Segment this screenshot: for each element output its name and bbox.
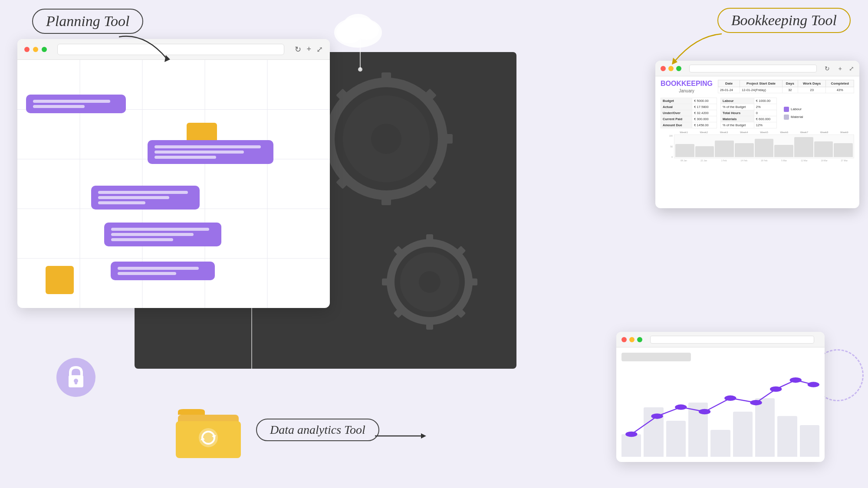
svg-rect-25 — [421, 173, 437, 189]
analytics-chart-area — [621, 367, 819, 457]
svg-rect-23 — [421, 88, 437, 105]
maximize-dot[interactable] — [42, 47, 47, 52]
yellow-block-2 — [46, 266, 74, 294]
bk-refresh-icon[interactable]: ↻ — [825, 65, 830, 72]
planning-calendar-grid — [17, 60, 330, 308]
folder-icon — [174, 400, 243, 462]
analytics-browser-window — [616, 332, 825, 462]
svg-point-18 — [371, 124, 401, 154]
planning-tool-label: Planning Tool — [32, 9, 143, 34]
new-tab-icon[interactable]: + — [306, 45, 311, 54]
analytics-minimize-dot[interactable] — [629, 337, 635, 342]
col-date: Date — [718, 80, 740, 87]
col-work-days: Work Days — [798, 80, 825, 87]
close-dot[interactable] — [24, 47, 30, 52]
bk-labour-table: Labour€ 1000.00 % of the Budget2% Total … — [720, 98, 777, 128]
data-analytics-label: Data analytics Tool — [256, 419, 379, 441]
svg-rect-30 — [426, 234, 433, 244]
svg-marker-78 — [421, 433, 426, 439]
svg-rect-35 — [394, 307, 405, 318]
svg-point-77 — [808, 382, 819, 387]
svg-rect-20 — [381, 192, 391, 205]
svg-point-70 — [651, 413, 663, 419]
bk-header-table: Date Project Start Date Days Work Days C… — [718, 80, 854, 93]
bk-minimize-dot[interactable] — [668, 66, 674, 71]
bk-bar-7 — [794, 137, 813, 157]
svg-point-80 — [358, 67, 362, 72]
svg-point-71 — [675, 404, 687, 409]
svg-rect-33 — [382, 278, 391, 285]
svg-rect-21 — [440, 134, 453, 144]
cloud-icon — [330, 9, 386, 49]
svg-rect-36 — [454, 307, 466, 318]
analytics-line-chart — [621, 367, 819, 457]
legend-labour-label: Labour — [791, 107, 802, 111]
bk-bar-6 — [774, 145, 793, 157]
bookkeeping-tool-label: Bookkeeping Tool — [717, 8, 851, 33]
svg-rect-63 — [75, 381, 77, 384]
bookkeeping-browser-window: ↻ + ⤢ BOOKKEEPING January Date Project S… — [655, 61, 859, 208]
svg-point-73 — [724, 396, 736, 401]
browser-actions: ↻ + ⤢ — [295, 45, 323, 54]
svg-point-27 — [391, 243, 469, 321]
bk-subtitle: January — [661, 88, 713, 93]
svg-rect-31 — [426, 320, 433, 330]
svg-point-16 — [330, 82, 443, 195]
svg-point-29 — [419, 271, 441, 293]
task-bar-1[interactable] — [26, 95, 126, 113]
svg-rect-32 — [468, 278, 477, 285]
bk-bar-1 — [675, 144, 694, 157]
bk-budget-table: Budget€ 5000.00 Actual€ 17.5800 Under/Ov… — [661, 98, 717, 128]
task-bar-5[interactable] — [111, 262, 215, 280]
analytics-content — [616, 347, 825, 462]
bk-bar-8 — [814, 141, 833, 157]
analytics-maximize-dot[interactable] — [637, 337, 642, 342]
planning-browser-window: ↻ + ⤢ — [17, 39, 330, 308]
analytics-close-dot[interactable] — [621, 337, 627, 342]
task-bar-2[interactable] — [148, 140, 273, 164]
col-project-start: Project Start Date — [740, 80, 783, 87]
bk-title: BOOKKEEPING — [661, 80, 713, 88]
svg-marker-51 — [164, 55, 170, 62]
legend-material-label: Material — [791, 115, 803, 119]
legend-labour: Labour — [784, 107, 854, 112]
task-bar-4[interactable] — [104, 223, 221, 246]
svg-rect-37 — [394, 246, 405, 258]
refresh-icon[interactable]: ↻ — [295, 45, 301, 54]
lock-icon — [56, 358, 95, 397]
bk-bar-5 — [755, 139, 774, 157]
bk-maximize-dot[interactable] — [676, 66, 681, 71]
svg-point-17 — [343, 95, 430, 182]
analytics-title-bar — [621, 353, 691, 361]
svg-point-76 — [790, 377, 802, 383]
bk-close-dot[interactable] — [661, 66, 666, 71]
svg-point-72 — [699, 409, 710, 414]
svg-point-49 — [343, 14, 373, 38]
bk-bar-2 — [695, 146, 714, 157]
bk-bar-4 — [735, 143, 754, 157]
bk-bar-9 — [834, 143, 853, 157]
svg-point-74 — [750, 400, 762, 405]
col-completed: Completed — [826, 80, 854, 87]
task-bar-3[interactable] — [91, 186, 200, 210]
svg-rect-19 — [381, 72, 391, 85]
col-days: Days — [782, 80, 798, 87]
extend-icon[interactable]: ⤢ — [316, 45, 323, 54]
minimize-dot[interactable] — [33, 47, 38, 52]
bk-new-tab-icon[interactable]: + — [838, 65, 842, 72]
bk-bar-3 — [715, 141, 734, 157]
svg-rect-26 — [336, 88, 352, 105]
svg-rect-24 — [336, 173, 352, 189]
svg-point-28 — [400, 252, 459, 311]
bk-table-row-1: 26-01-24 12-01-24(Friday) 32 23 43% — [718, 87, 854, 93]
bk-extend-icon[interactable]: ⤢ — [849, 65, 854, 72]
svg-rect-34 — [454, 246, 466, 258]
bookkeeping-content: BOOKKEEPING January Date Project Start D… — [655, 76, 859, 165]
analytics-toolbar — [616, 332, 825, 347]
svg-point-69 — [625, 432, 637, 437]
bk-week-chart: Week1Week2Week3 Week4Week5Week6 Week7Wee… — [661, 131, 854, 162]
svg-point-75 — [770, 386, 782, 392]
legend-material: Material — [784, 115, 854, 120]
